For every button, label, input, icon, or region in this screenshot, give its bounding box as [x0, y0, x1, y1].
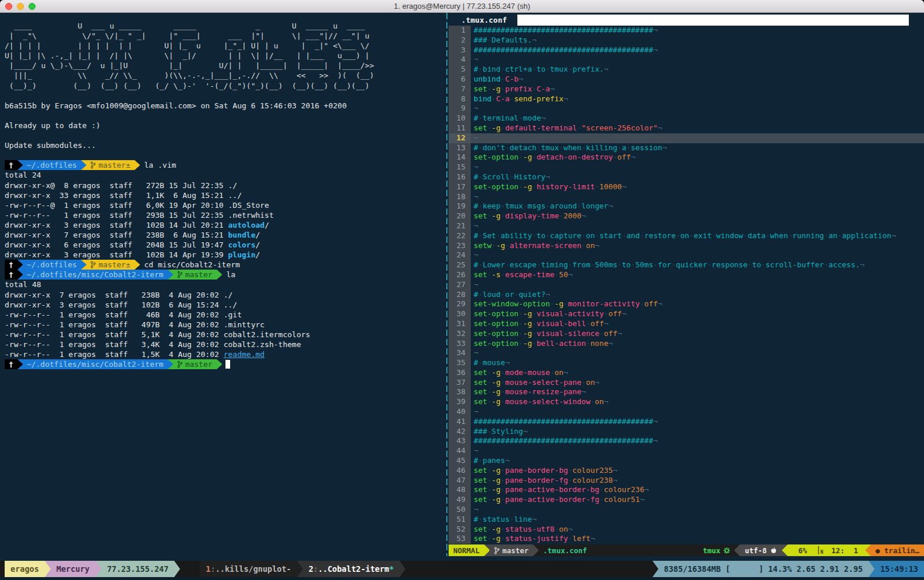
- vim-buffer-line[interactable]: 45#·panes¬: [449, 456, 924, 466]
- vim-code-text: bind·C-a·send-prefix¬: [471, 94, 924, 104]
- vim-statusline: NORMALmaster.tmux.conftmuxutf-86%⏐N12: 1…: [449, 544, 924, 556]
- vim-buffer-line[interactable]: 12¬: [449, 133, 924, 143]
- vim-buffer-line[interactable]: 22#·Set·ability·to·capture·on·start·and·…: [449, 231, 924, 241]
- vim-line-number: 1: [449, 26, 471, 36]
- vim-code-text: set·-g·display-time·2000¬: [471, 211, 924, 221]
- vim-buffer-line[interactable]: 48set·-g·pane-active-border-bg·colour236…: [449, 485, 924, 495]
- vim-buffer-line[interactable]: 36set·-g·mode-mouse·on¬: [449, 368, 924, 378]
- airline-branch-segment: master: [489, 544, 533, 556]
- tmux-window-2[interactable]: 2:..Cobalt2-iterm*: [303, 561, 400, 577]
- vim-buffer-line[interactable]: 31set-option·-g·visual-bell·off¬: [449, 319, 924, 329]
- vim-buffer-line[interactable]: 13#·don't·detach·tmux·when·killing·a·ses…: [449, 143, 924, 153]
- tmux-window-1[interactable]: 1:..kills/gnuplot-: [200, 561, 297, 577]
- vim-buffer-line[interactable]: 46set·-g·pane-border-bg·colour235¬: [449, 466, 924, 476]
- vim-buffer-line[interactable]: 10#·terminal·mode¬: [449, 114, 924, 123]
- vim-buffer-line[interactable]: 4¬: [449, 55, 924, 65]
- vim-buffer-line[interactable]: 30set-option·-g·visual-activity·off¬: [449, 309, 924, 319]
- vim-line-number: 16: [449, 172, 471, 182]
- vim-buffer-line[interactable]: 44¬: [449, 446, 924, 456]
- vim-buffer-line[interactable]: 1#######################################…: [449, 26, 924, 36]
- prompt-git-segment: master: [173, 359, 217, 369]
- vim-buffer-line[interactable]: 17set-option·-g·history-limit·10000¬: [449, 182, 924, 192]
- vim-tab-tmux-conf[interactable]: .tmux.conf: [449, 15, 517, 26]
- terminal-output-line: b6a515b by Eragos <mfo1009@googlemail.co…: [5, 101, 445, 111]
- vim-buffer-line[interactable]: 40¬: [449, 407, 924, 417]
- vim-code-text: set·-g·pane-active-border-fg·colour51¬: [471, 495, 924, 505]
- vim-buffer-line[interactable]: 20set·-g·display-time·2000¬: [449, 211, 924, 221]
- vim-buffer-line[interactable]: 18¬: [449, 192, 924, 202]
- vim-buffer-line[interactable]: 43######################################…: [449, 436, 924, 446]
- vim-code-text: #·loud·or·quiet?¬: [471, 290, 924, 300]
- file-listing-row: drwxr-xr-x 7 eragos staff 238B 4 Aug 20:…: [5, 290, 445, 300]
- vim-buffer-line[interactable]: 16#·Scroll·History¬: [449, 172, 924, 182]
- vim-line-number: 50: [449, 505, 471, 515]
- vim-buffer[interactable]: 1#######################################…: [449, 26, 924, 544]
- vim-buffer-line[interactable]: 52set·-g·status-utf8·on¬: [449, 525, 924, 535]
- vim-code-text: set·-g·mouse-resize-pane¬: [471, 387, 924, 397]
- vim-line-number: 10: [449, 114, 471, 123]
- powerline-separator: [81, 160, 86, 170]
- vim-buffer-line[interactable]: 50¬: [449, 505, 924, 515]
- vim-buffer-line[interactable]: 23setw·-g·alternate-screen·on¬: [449, 241, 924, 251]
- vim-buffer-line[interactable]: 28#·loud·or·quiet?¬: [449, 290, 924, 300]
- vim-buffer-line[interactable]: 38set·-g·mouse-resize-pane¬: [449, 387, 924, 397]
- terminal-cursor[interactable]: [225, 360, 230, 369]
- vim-buffer-line[interactable]: 41######################################…: [449, 417, 924, 427]
- vim-buffer-line[interactable]: 51#·status·line¬: [449, 515, 924, 525]
- vim-buffer-line[interactable]: 3#######################################…: [449, 45, 924, 55]
- vim-buffer-line[interactable]: 2###·Defaults.¬: [449, 36, 924, 45]
- vim-buffer-line[interactable]: 9¬: [449, 104, 924, 114]
- vim-buffer-line[interactable]: 11set·-g·default-terminal·"screen-256col…: [449, 123, 924, 133]
- vim-buffer-line[interactable]: 49set·-g·pane-active-border-fg·colour51¬: [449, 495, 924, 505]
- vim-buffer-line[interactable]: 14set-option·-g·detach-on-destroy·off¬: [449, 153, 924, 162]
- shell-pane[interactable]: ____ U ___ u _____ _____ _ U _____ u ___…: [0, 13, 445, 556]
- prompt-command[interactable]: la .vim: [140, 161, 177, 169]
- prompt-command[interactable]: la: [222, 270, 235, 279]
- vim-buffer-line[interactable]: 33set-option·-g·bell-action·none¬: [449, 339, 924, 349]
- vim-code-text: set·-g·pane-border-bg·colour235¬: [471, 466, 924, 476]
- vim-buffer-line[interactable]: 32set-option·-g·visual-silence·off¬: [449, 329, 924, 339]
- vim-buffer-line[interactable]: 8bind·C-a·send-prefix¬: [449, 94, 924, 104]
- vim-buffer-line[interactable]: 34¬: [449, 348, 924, 358]
- vim-buffer-line[interactable]: 19#·keep·tmux·msgs·around·longer¬: [449, 201, 924, 211]
- vim-buffer-line[interactable]: 27¬: [449, 280, 924, 290]
- vim-line-number: 14: [449, 153, 471, 162]
- readme-link[interactable]: readme.md: [224, 350, 264, 359]
- vim-buffer-line[interactable]: 29set-window-option·-g·monitor-activity·…: [449, 299, 924, 309]
- powerline-separator: [135, 160, 140, 170]
- vim-buffer-line[interactable]: 39set·-g·mouse-select-window·on¬: [449, 397, 924, 407]
- vim-code-text: ¬: [471, 280, 924, 290]
- powerline-separator: [782, 544, 788, 556]
- git-branch-icon: [177, 271, 182, 278]
- vim-buffer-line[interactable]: 26set·-s·escape-time·50¬: [449, 270, 924, 280]
- vim-line-number: 52: [449, 525, 471, 535]
- vim-line-number: 23: [449, 241, 471, 251]
- vim-buffer-line[interactable]: 35#·mouse¬: [449, 358, 924, 368]
- vim-buffer-line[interactable]: 15¬: [449, 162, 924, 172]
- vim-buffer-line[interactable]: 5#·bind·ctrl+a·to·tmux·prefix.¬: [449, 65, 924, 75]
- vim-buffer-line[interactable]: 24¬: [449, 250, 924, 260]
- vim-line-number: 8: [449, 94, 471, 104]
- terminal-output-line: Already up to date :): [5, 121, 445, 130]
- terminal-blank-line: [5, 150, 445, 160]
- vim-line-number: 43: [449, 436, 471, 446]
- vim-buffer-line[interactable]: 42###·Styling¬: [449, 427, 924, 437]
- vim-line-number: 38: [449, 387, 471, 397]
- vim-code-text: set·-s·escape-time·50¬: [471, 270, 924, 280]
- vim-buffer-line[interactable]: 21¬: [449, 221, 924, 231]
- vim-buffer-line[interactable]: 25#·Lower·escape·timing·from·500ms·to·50…: [449, 260, 924, 270]
- vim-buffer-line[interactable]: 6unbind·C-b¬: [449, 75, 924, 84]
- prompt-command[interactable]: cd misc/Cobalt2-iterm: [140, 260, 240, 269]
- vim-buffer-line[interactable]: 7set·-g·prefix·C-a¬: [449, 84, 924, 94]
- vim-buffer-line[interactable]: 47set·-g·pane-border-fg·colour238¬: [449, 476, 924, 486]
- vim-code-text: set·-g·mode-mouse·on¬: [471, 368, 924, 378]
- vim-buffer-line[interactable]: 53set·-g·status-justify·left¬: [449, 534, 924, 544]
- vim-code-text: #·keep·tmux·msgs·around·longer¬: [471, 201, 924, 211]
- vim-buffer-line[interactable]: 37set·-g·mouse-select-pane·on¬: [449, 378, 924, 388]
- file-listing-row: drwxr-xr-x 3 eragos staff 102B 6 Aug 15:…: [5, 300, 445, 310]
- ascii-art-line: |||_ \\ _// \\_ )(\\,-.-,_|___|_,-.// \\…: [5, 70, 445, 80]
- ascii-art-line: |____/ u \_)-\___/ u |_|U |_| U/| | |___…: [5, 61, 445, 70]
- vim-line-number: 5: [449, 65, 471, 75]
- file-listing-row: -rw-r--r-- 1 eragos staff 5,1K 4 Aug 20:…: [5, 330, 445, 339]
- vim-code-text: ########################################…: [471, 26, 924, 36]
